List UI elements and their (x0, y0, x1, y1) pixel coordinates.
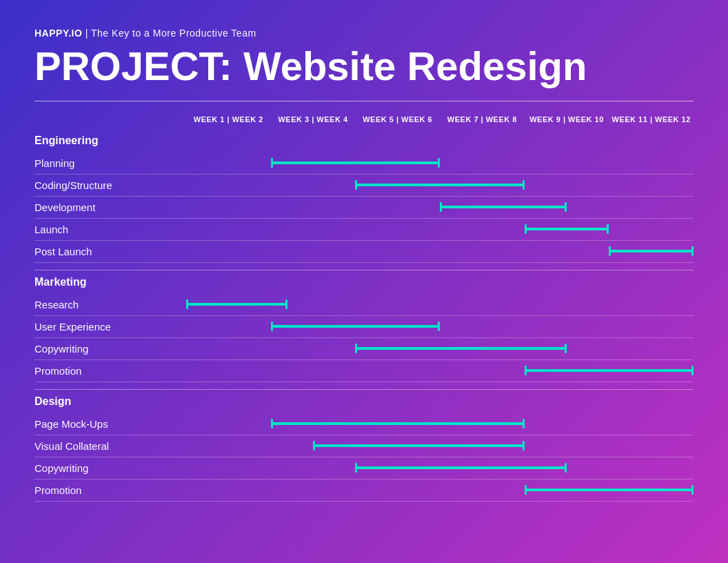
gantt-bar (313, 444, 525, 447)
section-label-0: Engineering (34, 135, 694, 147)
gantt-bar (525, 369, 694, 372)
gantt-track (186, 294, 694, 315)
gantt-track (186, 197, 694, 218)
week-col-0: WEEK 1 | WEEK 2 (186, 115, 271, 124)
task-name: Copywriting (34, 462, 186, 474)
task-name: Development (34, 201, 186, 213)
section-divider-2 (34, 389, 694, 390)
section-label-1: Marketing (34, 276, 694, 288)
gantt-track (186, 457, 694, 479)
page-title: PROJECT: Website Redesign (34, 44, 694, 88)
main-container: HAPPY.IO | The Key to a More Productive … (0, 0, 728, 522)
gantt-bar (186, 303, 287, 306)
brand-line: HAPPY.IO | The Key to a More Productive … (34, 28, 694, 39)
gantt-track (186, 338, 694, 359)
task-name: Visual Collateral (34, 440, 186, 452)
gantt-track (186, 316, 694, 337)
gantt-track (186, 435, 694, 457)
task-row: Promotion (34, 480, 694, 502)
gantt-bar (271, 422, 525, 425)
week-col-5: WEEK 11 | WEEK 12 (609, 115, 694, 124)
task-row: Development (34, 197, 694, 219)
gantt-track (186, 241, 694, 262)
week-col-4: WEEK 9 | WEEK 10 (525, 115, 609, 124)
task-row: Page Mock-Ups (34, 413, 694, 435)
gantt-bar (609, 250, 694, 253)
task-row: Promotion (34, 360, 694, 382)
task-name: Promotion (34, 484, 186, 496)
brand-name: HAPPY.IO (34, 28, 82, 39)
gantt-track (186, 219, 694, 240)
task-row: Visual Collateral (34, 435, 694, 457)
gantt-bar (355, 347, 567, 350)
task-name: Page Mock-Ups (34, 418, 186, 430)
week-col-3: WEEK 7 | WEEK 8 (440, 115, 525, 124)
task-name: Copywriting (34, 343, 186, 355)
task-name: User Experience (34, 321, 186, 333)
task-row: Research (34, 294, 694, 316)
week-col-2: WEEK 5 | WEEK 6 (355, 115, 440, 124)
gantt-track (186, 152, 694, 174)
task-row: Copywriting (34, 338, 694, 360)
gantt-bar (355, 184, 524, 186)
gantt-chart: WEEK 1 | WEEK 2WEEK 3 | WEEK 4WEEK 5 | W… (34, 115, 694, 502)
task-name: Post Launch (34, 246, 186, 257)
section-label-2: Design (34, 395, 694, 408)
gantt-track (186, 175, 694, 196)
task-row: Coding/Structure (34, 175, 694, 197)
section-divider-1 (34, 270, 694, 270)
task-name: Launch (34, 224, 186, 235)
brand-tagline: | The Key to a More Productive Team (85, 28, 256, 39)
gantt-bar (355, 466, 567, 469)
task-row: Launch (34, 219, 694, 241)
task-name: Promotion (34, 365, 186, 377)
gantt-bar (525, 488, 694, 491)
gantt-bar (271, 325, 440, 328)
task-row: Copywriting (34, 457, 694, 480)
task-name: Research (34, 299, 186, 310)
gantt-track (186, 480, 694, 501)
gantt-track (186, 413, 694, 435)
gantt-bar (440, 206, 567, 208)
task-row: User Experience (34, 316, 694, 338)
task-row: Post Launch (34, 241, 694, 263)
task-row: Planning (34, 152, 694, 175)
title-divider (34, 101, 694, 101)
gantt-bar (525, 228, 609, 230)
week-col-1: WEEK 3 | WEEK 4 (271, 115, 356, 124)
gantt-bar (271, 161, 440, 164)
gantt-track (186, 360, 694, 382)
gantt-body: EngineeringPlanningCoding/StructureDevel… (34, 135, 694, 502)
task-name: Planning (34, 157, 186, 169)
week-header: WEEK 1 | WEEK 2WEEK 3 | WEEK 4WEEK 5 | W… (34, 115, 694, 124)
task-name: Coding/Structure (34, 179, 186, 191)
